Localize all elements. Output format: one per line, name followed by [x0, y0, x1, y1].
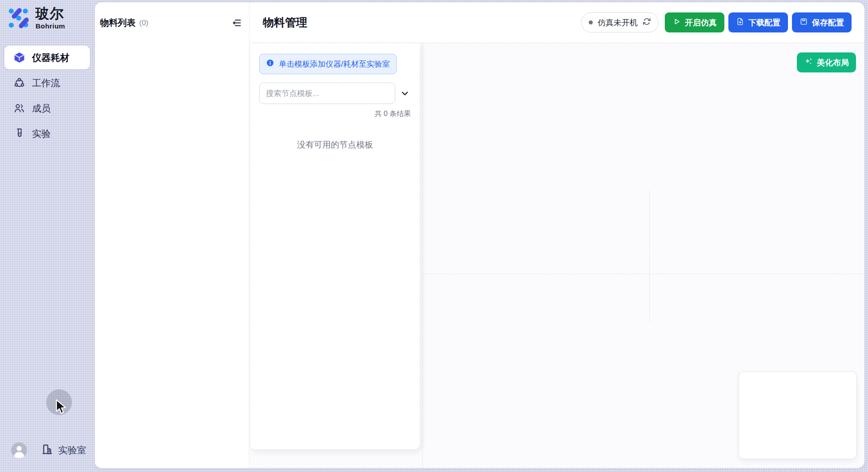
sidebar-item-members[interactable]: 成员 — [4, 96, 90, 120]
sidebar-item-instruments[interactable]: 仪器耗材 — [4, 46, 90, 69]
material-list-header: 物料列表 (0) — [95, 2, 249, 29]
beautify-layout-button[interactable]: 美化布局 — [797, 52, 856, 72]
save-config-button[interactable]: 保存配置 — [792, 12, 852, 32]
beautify-layout-label: 美化布局 — [817, 57, 849, 68]
template-search-row — [259, 83, 411, 104]
experiment-icon — [13, 128, 25, 140]
template-empty-text: 没有可用的节点模板 — [259, 139, 411, 151]
start-simulation-label: 开启仿真 — [685, 17, 717, 28]
main-card: 物料列表 (0) 物料管理 — [95, 2, 864, 468]
start-simulation-button[interactable]: 开启仿真 — [665, 12, 724, 32]
save-icon — [800, 17, 808, 28]
lab-canvas[interactable]: 单击模板添加仪器/耗材至实验室 共 0 条结果 没有可用的节点模板 — [250, 43, 864, 468]
sidebar-item-label: 实验 — [32, 128, 51, 140]
canvas-gridline — [422, 43, 423, 468]
template-hint-text: 单击模板添加仪器/耗材至实验室 — [279, 59, 390, 69]
simulation-status-pill[interactable]: 仿真未开机 — [581, 12, 659, 32]
download-config-button[interactable]: 下载配置 — [728, 12, 788, 32]
sidebar-nav: 仪器耗材 工作流 — [4, 46, 90, 145]
play-icon — [672, 17, 681, 28]
collapse-panel-icon[interactable] — [231, 18, 242, 28]
chevron-down-icon[interactable] — [398, 87, 411, 100]
members-icon — [13, 102, 25, 114]
download-file-icon — [736, 17, 744, 28]
template-search-input[interactable] — [259, 83, 395, 104]
page-header: 物料管理 仿真未开机 — [250, 2, 864, 43]
status-label: 仿真未开机 — [598, 17, 638, 28]
header-actions: 仿真未开机 — [581, 12, 852, 32]
sidebar-item-label: 成员 — [32, 102, 51, 115]
download-config-label: 下载配置 — [748, 17, 780, 28]
main-region: 物料管理 仿真未开机 — [250, 2, 864, 468]
canvas-gridline — [422, 274, 864, 274]
material-list-count: (0) — [139, 19, 149, 28]
cube-icon — [13, 52, 25, 64]
material-list-title: 物料列表 — [100, 17, 136, 29]
brand-name-zh: 玻尔 — [36, 6, 65, 22]
user-avatar[interactable] — [11, 442, 27, 458]
sidebar-item-workflow[interactable]: 工作流 — [4, 71, 90, 95]
sidebar-item-label: 仪器耗材 — [32, 52, 69, 64]
mouse-cursor — [54, 399, 68, 418]
bohrium-logo-icon — [7, 6, 31, 32]
material-list-panel: 物料列表 (0) — [95, 2, 249, 468]
page-title: 物料管理 — [263, 15, 307, 30]
sidebar-item-label: 工作流 — [32, 77, 60, 89]
workflow-icon — [13, 77, 25, 89]
template-result-count: 共 0 条结果 — [259, 109, 411, 119]
refresh-icon[interactable] — [643, 17, 651, 28]
template-hint-banner: 单击模板添加仪器/耗材至实验室 — [259, 54, 397, 74]
canvas-gridline — [649, 190, 650, 321]
lab-switcher-label: 实验室 — [58, 444, 86, 456]
app-root: 玻尔 Bohrium 仪器耗材 — [0, 0, 868, 472]
sidebar-item-experiment[interactable]: 实验 — [4, 122, 90, 145]
info-icon — [266, 59, 274, 69]
sparkles-icon — [804, 57, 813, 68]
brand: 玻尔 Bohrium — [7, 6, 65, 32]
sidebar: 玻尔 Bohrium 仪器耗材 — [0, 0, 95, 472]
lab-switcher[interactable]: 实验室 — [41, 442, 86, 458]
node-template-palette: 单击模板添加仪器/耗材至实验室 共 0 条结果 没有可用的节点模板 — [250, 43, 420, 449]
save-config-label: 保存配置 — [812, 17, 844, 28]
brand-name-en: Bohrium — [36, 22, 65, 30]
minimap[interactable] — [739, 371, 857, 459]
status-dot — [589, 20, 593, 24]
building-icon — [41, 443, 54, 458]
